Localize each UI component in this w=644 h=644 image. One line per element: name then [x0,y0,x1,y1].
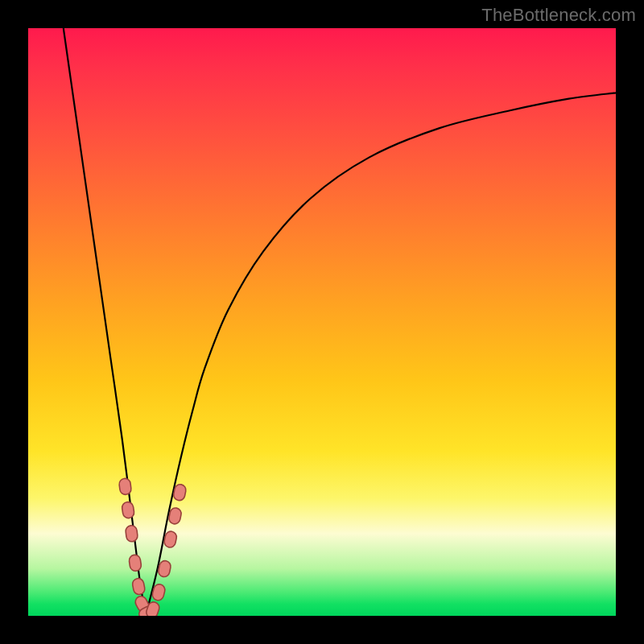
data-marker [131,577,146,595]
plot-area [28,28,616,616]
watermark-text: TheBottleneck.com [481,5,636,26]
data-marker [125,525,138,543]
data-marker [118,478,131,496]
data-marker [128,554,142,572]
curve-right-branch [146,93,616,616]
chart-frame: TheBottleneck.com [0,0,644,644]
curves-layer [28,28,616,616]
data-marker [122,502,135,519]
